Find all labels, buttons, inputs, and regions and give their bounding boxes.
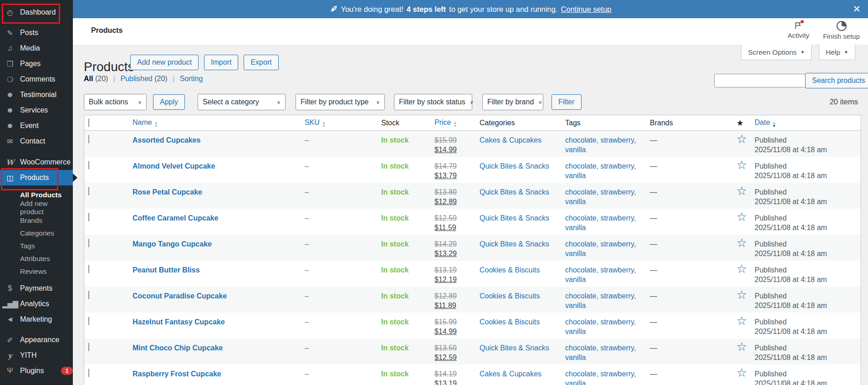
product-name-link[interactable]: Mango Tango Cupcake bbox=[133, 240, 212, 248]
category-link[interactable]: Quick Bites & Snacks bbox=[480, 161, 560, 171]
featured-star-toggle[interactable]: ☆ bbox=[736, 183, 755, 196]
row-checkbox[interactable] bbox=[88, 343, 89, 351]
tag-links[interactable]: chocolate, strawberry, vanilla bbox=[565, 265, 650, 284]
sidebar-item[interactable]: ☻ Event bbox=[0, 118, 73, 133]
sidebar-item[interactable]: ✉ Contact bbox=[0, 133, 73, 149]
row-checkbox[interactable] bbox=[88, 187, 89, 195]
close-icon[interactable]: ✕ bbox=[853, 3, 861, 15]
search-input[interactable] bbox=[714, 74, 806, 87]
submenu-item[interactable]: Attributes bbox=[0, 252, 73, 265]
tag-links[interactable]: chocolate, strawberry, vanilla bbox=[565, 343, 650, 362]
sidebar-item[interactable]: ☻ Services bbox=[0, 103, 73, 118]
product-type-filter-select[interactable]: Filter by product type ∨ bbox=[296, 94, 385, 110]
submenu-item[interactable]: Add new product bbox=[0, 201, 73, 214]
view-published-link[interactable]: Published bbox=[120, 75, 152, 82]
sidebar-item[interactable]: ◄ Marketing bbox=[0, 312, 73, 327]
bulk-actions-select[interactable]: Bulk actions ∨ bbox=[84, 94, 147, 110]
continue-setup-link[interactable]: Continue setup bbox=[561, 5, 612, 14]
product-name-link[interactable]: Hazelnut Fantasy Cupcake bbox=[133, 318, 225, 326]
submenu-item[interactable]: Reviews bbox=[0, 265, 73, 278]
featured-star-toggle[interactable]: ☆ bbox=[736, 339, 755, 352]
category-link[interactable]: Quick Bites & Snacks bbox=[480, 213, 560, 223]
select-all-checkbox[interactable] bbox=[88, 118, 89, 127]
add-new-product-button[interactable]: Add new product bbox=[130, 55, 199, 70]
product-name-link[interactable]: Assorted Cupcakes bbox=[133, 136, 200, 144]
row-checkbox[interactable] bbox=[88, 291, 89, 299]
product-name-link[interactable]: Mint Choco Chip Cupcake bbox=[133, 344, 223, 352]
product-name-link[interactable]: Raspberry Frost Cupcake bbox=[133, 370, 221, 378]
tag-links[interactable]: chocolate, strawberry, vanilla bbox=[565, 317, 650, 336]
tag-links[interactable]: chocolate, strawberry, vanilla bbox=[565, 135, 650, 154]
row-checkbox[interactable] bbox=[88, 213, 89, 221]
featured-star-toggle[interactable]: ☆ bbox=[736, 131, 755, 144]
sidebar-item[interactable]: ✎ Posts bbox=[0, 25, 73, 41]
row-checkbox[interactable] bbox=[88, 265, 89, 273]
sidebar-item[interactable]: ❐ Pages bbox=[0, 56, 73, 72]
submenu-item[interactable]: Categories bbox=[0, 227, 73, 240]
category-link[interactable]: Cookies & Biscuits bbox=[480, 317, 551, 327]
sidebar-item-woocommerce[interactable]: W WooCommerce bbox=[0, 154, 73, 170]
sidebar-item[interactable]: y YITH bbox=[0, 348, 73, 363]
search-products-button[interactable]: Search products bbox=[805, 73, 868, 88]
featured-star-toggle[interactable]: ☆ bbox=[736, 261, 755, 274]
sidebar-item[interactable]: Ψ Plugins 1 bbox=[0, 363, 73, 379]
stock-status-filter-select[interactable]: Filter by stock status ∨ bbox=[394, 94, 472, 110]
apply-button[interactable]: Apply bbox=[153, 94, 185, 110]
category-link[interactable]: Cookies & Biscuits bbox=[480, 291, 551, 301]
product-name-link[interactable]: Coffee Caramel Cupcake bbox=[133, 214, 219, 222]
category-link[interactable]: Cakes & Cupcakes bbox=[480, 369, 552, 379]
import-button[interactable]: Import bbox=[204, 55, 238, 70]
row-checkbox[interactable] bbox=[88, 161, 89, 169]
sidebar-item[interactable]: ❍ Comments bbox=[0, 72, 73, 87]
sort-by-name[interactable]: Name bbox=[133, 118, 152, 126]
tag-links[interactable]: chocolate, strawberry, vanilla bbox=[565, 213, 650, 232]
featured-star-toggle[interactable]: ☆ bbox=[736, 235, 755, 248]
tag-links[interactable]: chocolate, strawberry, vanilla bbox=[565, 369, 650, 385]
sidebar-item[interactable]: ◴ Dashboard bbox=[0, 5, 73, 20]
sidebar-item[interactable]: ☻ Testimonial bbox=[0, 87, 73, 103]
category-link[interactable]: Quick Bites & Snacks bbox=[480, 187, 560, 197]
sidebar-item-products[interactable]: ◫ Products bbox=[0, 170, 73, 185]
category-link[interactable]: Cakes & Cupcakes bbox=[480, 135, 552, 145]
export-button[interactable]: Export bbox=[244, 55, 278, 70]
row-checkbox[interactable] bbox=[88, 369, 89, 377]
product-name-link[interactable]: Rose Petal Cupcake bbox=[133, 188, 202, 196]
product-name-link[interactable]: Peanut Butter Bliss bbox=[133, 266, 200, 274]
sidebar-item[interactable]: ♫ Media bbox=[0, 41, 73, 56]
tag-links[interactable]: chocolate, strawberry, vanilla bbox=[565, 161, 650, 180]
row-checkbox[interactable] bbox=[88, 317, 89, 325]
featured-star-toggle[interactable]: ☆ bbox=[736, 364, 755, 378]
sort-by-date[interactable]: Date bbox=[755, 118, 770, 126]
tag-links[interactable]: chocolate, strawberry, vanilla bbox=[565, 187, 650, 206]
tag-links[interactable]: chocolate, strawberry, vanilla bbox=[565, 291, 650, 310]
view-sorting-link[interactable]: Sorting bbox=[180, 75, 203, 82]
submenu-item[interactable]: Tags bbox=[0, 240, 73, 252]
view-all-link[interactable]: All bbox=[84, 75, 93, 82]
category-link[interactable]: Cookies & Biscuits bbox=[480, 265, 551, 275]
plugins-count-badge: 1 bbox=[61, 367, 73, 375]
sort-by-sku[interactable]: SKU bbox=[305, 118, 320, 126]
category-link[interactable]: Quick Bites & Snacks bbox=[480, 239, 560, 249]
row-checkbox[interactable] bbox=[88, 135, 89, 144]
sidebar-item[interactable]: $ Payments bbox=[0, 281, 73, 296]
filter-button[interactable]: Filter bbox=[551, 94, 582, 110]
category-link[interactable]: Quick Bites & Snacks bbox=[480, 343, 560, 353]
featured-star-toggle[interactable]: ☆ bbox=[736, 209, 755, 222]
sidebar-item[interactable]: ▂▅▇ Analytics bbox=[0, 296, 73, 312]
featured-star-toggle[interactable]: ☆ bbox=[736, 287, 755, 300]
finish-setup-button[interactable]: Finish setup bbox=[823, 21, 860, 40]
featured-star-toggle[interactable]: ☆ bbox=[736, 157, 755, 170]
sidebar-item[interactable]: ✐ Appearance bbox=[0, 332, 73, 348]
submenu-item[interactable]: Brands bbox=[0, 214, 73, 227]
brand-filter-select[interactable]: Filter by brand ∨ bbox=[482, 94, 543, 110]
help-button[interactable]: Help ▼ bbox=[819, 45, 855, 60]
row-checkbox[interactable] bbox=[88, 239, 89, 247]
screen-options-button[interactable]: Screen Options ▼ bbox=[741, 45, 812, 60]
product-name-link[interactable]: Coconut Paradise Cupcake bbox=[133, 292, 227, 300]
category-filter-select[interactable]: Select a category ∨ bbox=[198, 94, 286, 110]
product-name-link[interactable]: Almond Velvet Cupcake bbox=[133, 162, 215, 170]
sort-by-price[interactable]: Price bbox=[434, 118, 451, 126]
activity-button[interactable]: Activity bbox=[788, 21, 810, 40]
tag-links[interactable]: chocolate, strawberry, vanilla bbox=[565, 239, 650, 258]
featured-star-toggle[interactable]: ☆ bbox=[736, 313, 755, 326]
